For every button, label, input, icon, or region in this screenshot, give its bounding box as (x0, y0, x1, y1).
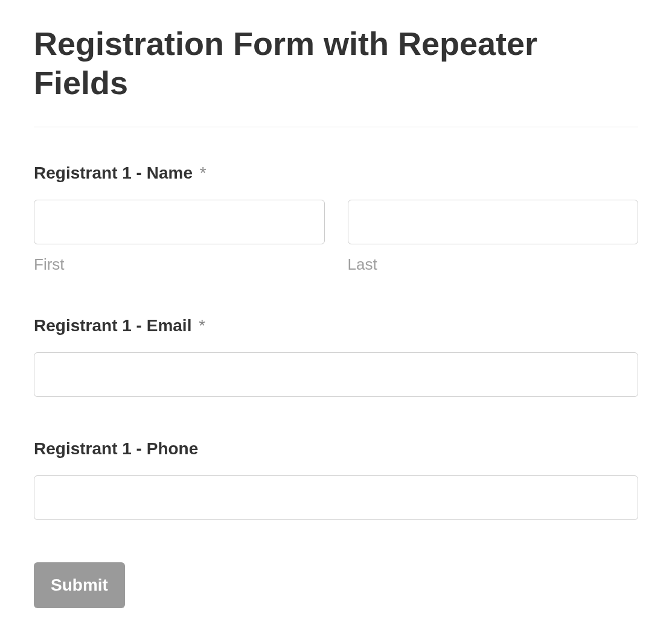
form-container: Registration Form with Repeater Fields R… (0, 0, 672, 619)
required-asterisk: * (200, 163, 206, 182)
phone-field-group: Registrant 1 - Phone (34, 439, 638, 520)
page-title: Registration Form with Repeater Fields (34, 24, 638, 103)
email-label: Registrant 1 - Email * (34, 316, 638, 335)
submit-button[interactable]: Submit (34, 562, 125, 608)
phone-label: Registrant 1 - Phone (34, 439, 638, 459)
required-asterisk: * (199, 316, 205, 335)
email-field-group: Registrant 1 - Email * (34, 316, 638, 397)
name-label-text: Registrant 1 - Name (34, 163, 193, 182)
email-label-text: Registrant 1 - Email (34, 316, 191, 335)
first-name-column: First (34, 200, 325, 274)
last-name-input[interactable] (348, 200, 639, 244)
first-name-sublabel: First (34, 255, 325, 274)
last-name-column: Last (348, 200, 639, 274)
name-label: Registrant 1 - Name * (34, 163, 638, 183)
phone-label-text: Registrant 1 - Phone (34, 439, 198, 458)
first-name-input[interactable] (34, 200, 325, 244)
name-field-group: Registrant 1 - Name * First Last (34, 163, 638, 274)
divider (34, 127, 638, 127)
last-name-sublabel: Last (348, 255, 639, 274)
email-input[interactable] (34, 352, 638, 397)
name-row: First Last (34, 200, 638, 274)
phone-input[interactable] (34, 475, 638, 520)
